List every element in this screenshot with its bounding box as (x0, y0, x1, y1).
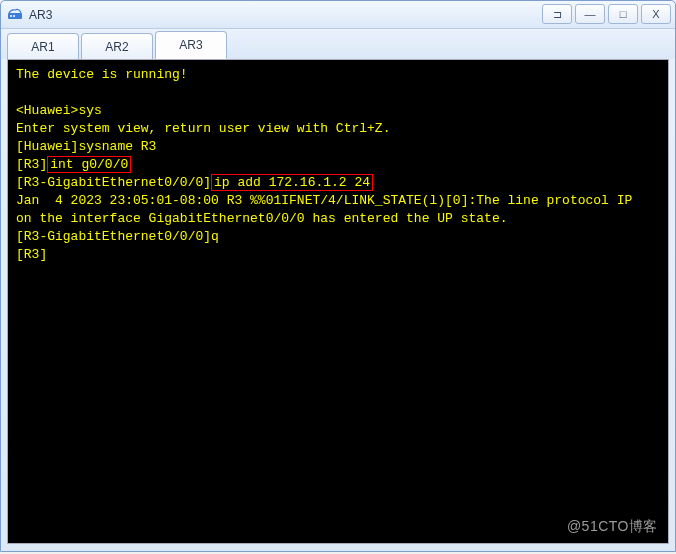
minimize-button[interactable]: — (575, 4, 605, 24)
terminal[interactable]: The device is running! <Huawei>sys Enter… (7, 59, 669, 544)
window-title: AR3 (29, 8, 52, 22)
term-line-enter: Enter system view, return user view with… (16, 121, 390, 136)
term-line-quit: [R3-GigabitEthernet0/0/0]q (16, 229, 219, 244)
term-prompt-r3: [R3] (16, 157, 47, 172)
term-log2: on the interface GigabitEthernet0/0/0 ha… (16, 211, 507, 226)
term-line-sysname: [Huawei]sysname R3 (16, 139, 156, 154)
tab-label: AR2 (105, 40, 128, 54)
watermark: @51CTO博客 (567, 517, 658, 535)
tab-ar3[interactable]: AR3 (155, 31, 227, 59)
minimize-icon: — (585, 8, 596, 20)
highlight-ip-cmd: ip add 172.16.1.2 24 (211, 174, 373, 191)
tab-label: AR1 (31, 40, 54, 54)
term-prompt-gi: [R3-GigabitEthernet0/0/0] (16, 175, 211, 190)
term-line-running: The device is running! (16, 67, 188, 82)
maximize-button[interactable]: □ (608, 4, 638, 24)
pin-button[interactable]: ⊐ (542, 4, 572, 24)
tab-strip: AR1 AR2 AR3 (1, 29, 675, 59)
term-line-sys: <Huawei>sys (16, 103, 102, 118)
app-window: AR3 ⊐ — □ X AR1 AR2 AR3 The device is ru… (0, 0, 676, 552)
term-log1: Jan 4 2023 23:05:01-08:00 R3 %%01IFNET/4… (16, 193, 640, 208)
terminal-container: The device is running! <Huawei>sys Enter… (1, 59, 675, 550)
tab-ar1[interactable]: AR1 (7, 33, 79, 59)
close-button[interactable]: X (641, 4, 671, 24)
svg-rect-1 (10, 15, 12, 17)
window-buttons: ⊐ — □ X (539, 4, 671, 24)
close-icon: X (652, 8, 659, 20)
term-blank (16, 85, 24, 100)
pin-icon: ⊐ (553, 8, 562, 21)
svg-rect-2 (13, 15, 15, 17)
maximize-icon: □ (620, 8, 627, 20)
titlebar[interactable]: AR3 ⊐ — □ X (1, 1, 675, 29)
tab-label: AR3 (179, 38, 202, 52)
term-prompt-r3-final: [R3] (16, 247, 47, 262)
tab-ar2[interactable]: AR2 (81, 33, 153, 59)
app-icon (7, 7, 23, 23)
highlight-int-cmd: int g0/0/0 (47, 156, 131, 173)
